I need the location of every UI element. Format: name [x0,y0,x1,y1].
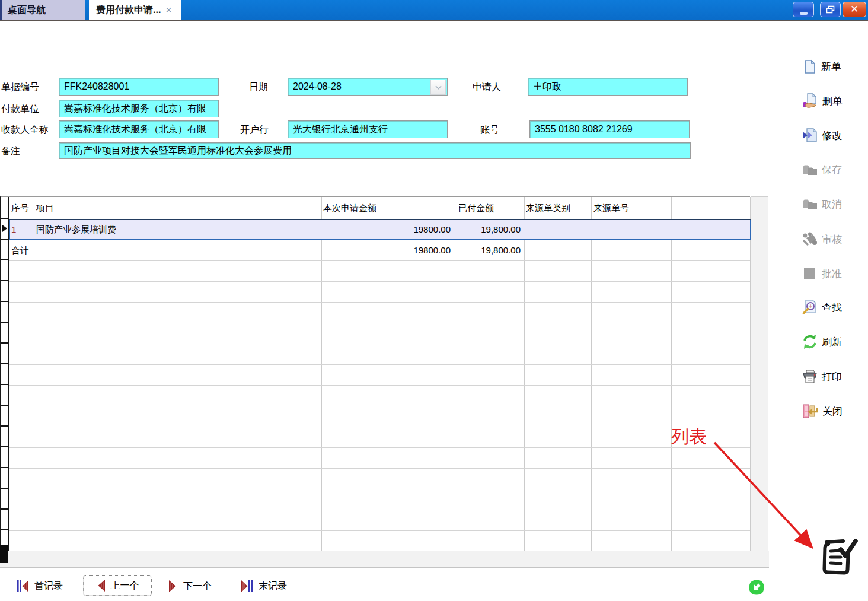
save-button: 保存 [802,160,868,180]
find-icon [802,300,818,315]
find-button[interactable]: 查找 [802,297,868,317]
close-icon: ✕ [850,3,859,16]
cell-total-request: 19800.00 [321,240,454,260]
refresh-icon [802,334,818,349]
modify-button[interactable]: 修改 [802,125,868,145]
approve-icon [802,266,818,281]
cancel-icon [802,196,818,212]
payer-label: 付款单位 [1,103,39,116]
close-form-button[interactable]: 关闭 [802,401,868,421]
status-green-icon [748,579,765,596]
tab-close-icon[interactable]: × [165,1,172,19]
applicant-label: 申请人 [473,81,501,94]
minimize-icon [800,12,808,15]
payee-label: 收款人全称 [1,124,49,136]
account-field[interactable]: 3555 0180 8082 21269 [529,120,690,138]
bank-field[interactable]: 光大银行北京通州支行 [288,120,448,138]
prev-record-button[interactable]: 上一个 [83,575,152,596]
audit-button: 审核 [802,229,868,249]
horizontal-scrollbar[interactable] [0,551,769,568]
cell-total-paid: 19,800.00 [458,240,524,260]
tab-expense-payment[interactable]: 费用付款申请... × [89,0,181,20]
tab-label: 费用付款申请... [96,0,161,20]
detail-grid[interactable]: 序号 项目 本次申请金额 已付金额 来源单类别 来源单号 1 国防产业参展培训费… [0,196,750,551]
col-header-item[interactable]: 项目 [36,197,54,219]
new-doc-button[interactable]: 新单 [802,56,868,77]
col-header-seq[interactable]: 序号 [11,197,29,219]
col-header-src-no[interactable]: 来源单号 [593,197,629,219]
minimize-button[interactable] [793,2,814,17]
print-icon [802,369,818,384]
payee-field[interactable]: 嵩嘉标准化技术服务（北京）有限 [59,120,219,138]
annotation-arrow [709,438,821,554]
refresh-button[interactable]: 刷新 [802,332,868,352]
close-button[interactable]: ✕ [843,2,866,17]
col-header-paid[interactable]: 已付金额 [458,197,494,219]
payer-field[interactable]: 嵩嘉标准化技术服务（北京）有限 [59,100,219,117]
save-icon [802,162,818,177]
next-record-button[interactable]: 下一个 [168,577,212,596]
applicant-field[interactable]: 王印政 [528,78,688,96]
chevron-down-icon [435,85,442,90]
remark-label: 备注 [1,145,20,158]
app-window: { "window": { "tabs": [ {"label": "桌面导航"… [0,0,868,601]
print-button[interactable]: 打印 [802,367,868,387]
first-record-button[interactable]: 首记录 [17,577,63,596]
titlebar-divider [0,20,868,21]
approve-button: 批准 [802,263,868,284]
bank-label: 开户行 [240,124,269,136]
cell-item: 国防产业参展培训费 [36,219,320,240]
col-header-src-type[interactable]: 来源单类别 [526,197,570,219]
cancel-button: 取消 [802,194,868,214]
new-doc-icon [802,59,817,74]
annotation-list-label: 列表 [671,425,707,449]
remark-field[interactable]: 国防产业项目对接大会暨军民通用标准化大会参展费用 [59,142,691,159]
date-dropdown-button[interactable] [430,80,446,95]
doc-no-label: 单据编号 [1,81,39,94]
doc-no-field[interactable]: FFK240828001 [59,78,219,96]
list-view-button[interactable] [819,537,858,578]
cell-request-amount: 19800.00 [321,219,454,240]
date-label: 日期 [249,81,268,94]
modify-icon [802,128,818,143]
audit-icon [802,231,818,247]
current-row-indicator-icon [2,225,7,232]
grid-corner-block [0,545,8,563]
account-label: 账号 [480,124,499,136]
restore-button[interactable] [820,2,841,17]
delete-doc-icon [802,93,818,109]
title-bar: 桌面导航 费用付款申请... × ✕ [0,0,868,20]
cell-seq: 1 [11,219,16,240]
prev-record-icon [96,579,106,592]
restore-icon [826,5,835,14]
cell-total-label: 合计 [11,240,29,260]
next-record-icon [168,580,178,593]
last-record-icon [241,580,253,593]
last-record-button[interactable]: 末记录 [241,577,287,596]
tab-desktop-nav[interactable]: 桌面导航 [0,0,85,20]
first-record-icon [17,580,29,593]
col-header-request[interactable]: 本次申请金额 [323,197,376,219]
date-field[interactable]: 2024-08-28 [288,78,448,96]
cell-paid-amount: 19,800.00 [458,219,524,240]
delete-doc-button[interactable]: 删单 [802,91,868,111]
close-form-icon [802,403,818,419]
